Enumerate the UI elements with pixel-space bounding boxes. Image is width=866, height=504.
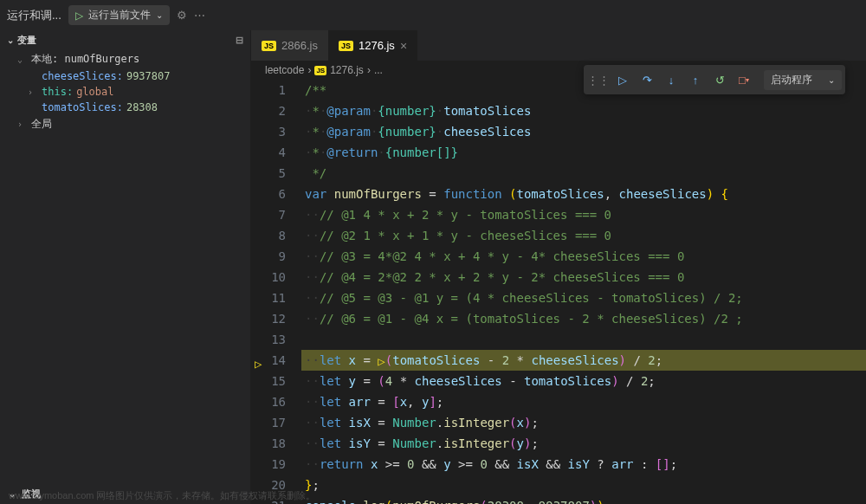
main-area: ⌄ 变量 ⊟ ⌄ 本地: numOfBurgers cheeseSlices: … xyxy=(0,30,866,504)
stop-button[interactable]: □▾ xyxy=(733,68,755,91)
variable-row[interactable]: tomatoSlices: 28308 xyxy=(0,100,250,115)
watermark-text: www.toymoban.com 网络图片仅供演示，未存储。如有侵权请联系删除。 xyxy=(9,489,315,502)
run-debug-label: 运行和调... xyxy=(7,8,61,23)
more-icon[interactable]: ⋯ xyxy=(194,9,205,22)
restart-button[interactable]: ↺ xyxy=(708,68,731,91)
var-value: 28308 xyxy=(126,101,158,113)
chevron-right-icon: › xyxy=(17,120,28,129)
variable-row[interactable]: › this: global xyxy=(0,84,250,100)
collapse-all-icon[interactable]: ⊟ xyxy=(236,35,243,46)
launch-config-label: 启动程序 xyxy=(771,73,812,87)
continue-button[interactable]: ▷ xyxy=(611,68,634,91)
js-badge-icon: JS xyxy=(314,66,326,75)
scope-local[interactable]: ⌄ 本地: numOfBurgers xyxy=(0,50,250,68)
separator: › xyxy=(367,64,371,76)
top-toolbar: 运行和调... ▷ 运行当前文件 ⌄ ⚙ ⋯ xyxy=(0,0,866,30)
chevron-down-icon: ⌄ xyxy=(156,10,163,20)
launch-config-dropdown[interactable]: 启动程序 ⌄ xyxy=(764,70,842,90)
chevron-right-icon: › xyxy=(28,87,38,97)
step-out-button[interactable]: ↑ xyxy=(684,68,707,91)
tab-2866[interactable]: JS 2866.js xyxy=(251,30,328,61)
variable-row[interactable]: cheeseSlices: 9937807 xyxy=(0,68,250,84)
var-value: global xyxy=(76,86,113,98)
play-icon: ▷ xyxy=(75,10,83,22)
tab-label: 1276.js xyxy=(359,39,395,52)
chevron-down-icon: ⌄ xyxy=(828,75,835,85)
separator: › xyxy=(307,64,311,76)
debug-sidebar: ⌄ 变量 ⊟ ⌄ 本地: numOfBurgers cheeseSlices: … xyxy=(0,30,251,504)
code-lines[interactable]: /**·*·@param·{number}·tomatoSlices·*·@pa… xyxy=(301,80,866,504)
step-over-button[interactable]: ↷ xyxy=(636,68,658,91)
tab-label: 2866.js xyxy=(281,39,318,52)
run-config-label: 运行当前文件 xyxy=(88,8,151,23)
var-name: tomatoSlices: xyxy=(42,101,123,113)
chevron-down-icon: ⌄ xyxy=(17,55,28,64)
grip-icon[interactable]: ⋮⋮ xyxy=(587,68,610,91)
line-number-gutter: 1234567891011121314▷1516171819202122 xyxy=(251,80,301,504)
step-into-button[interactable]: ↓ xyxy=(660,68,682,91)
scope-label: 本地: numOfBurgers xyxy=(31,52,139,67)
js-badge-icon: JS xyxy=(262,41,276,51)
tab-1276[interactable]: JS 1276.js × xyxy=(328,30,417,61)
breadcrumb-more: ... xyxy=(374,64,383,76)
close-icon[interactable]: × xyxy=(400,39,407,53)
chevron-down-icon: ⌄ xyxy=(7,36,14,45)
code-editor[interactable]: 1234567891011121314▷1516171819202122 /**… xyxy=(251,80,866,504)
editor-area: JS 2866.js JS 1276.js × leetcode › JS 12… xyxy=(251,30,866,504)
var-name: cheeseSlices: xyxy=(42,70,123,82)
var-name: this: xyxy=(42,86,73,98)
debug-toolbar[interactable]: ⋮⋮ ▷ ↷ ↓ ↑ ↺ □▾ 启动程序 ⌄ xyxy=(584,65,845,94)
js-badge-icon: JS xyxy=(339,41,353,51)
breadcrumb-folder: leetcode xyxy=(265,64,304,76)
variables-label: 变量 xyxy=(17,34,36,47)
variables-section-header[interactable]: ⌄ 变量 ⊟ xyxy=(0,30,250,50)
scope-label: 全局 xyxy=(31,117,52,132)
scope-global[interactable]: › 全局 xyxy=(0,115,250,133)
var-value: 9937807 xyxy=(126,70,171,82)
gear-icon[interactable]: ⚙ xyxy=(177,9,187,22)
breadcrumb-file: 1276.js xyxy=(330,64,364,76)
run-config-dropdown[interactable]: ▷ 运行当前文件 ⌄ xyxy=(68,5,170,25)
tab-bar: JS 2866.js JS 1276.js × xyxy=(251,30,866,61)
